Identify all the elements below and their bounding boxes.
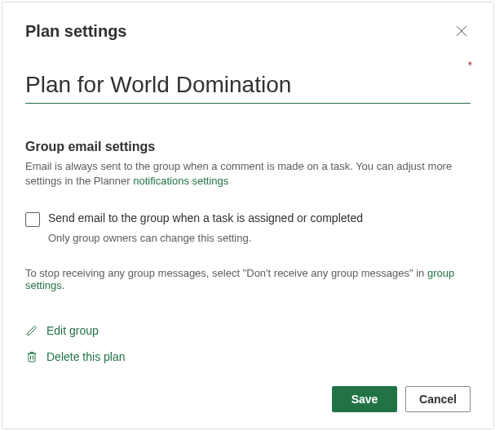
dialog-header: Plan settings (25, 22, 471, 41)
delete-plan-link[interactable]: Delete this plan (25, 350, 471, 363)
plan-name-input[interactable] (25, 70, 471, 104)
send-email-checkbox-hint: Only group owners can change this settin… (48, 232, 471, 244)
email-checkbox-row: Send email to the group when a task is a… (25, 211, 471, 227)
close-icon (456, 25, 467, 37)
required-indicator: * (468, 59, 472, 72)
email-section-desc: Email is always sent to the group when a… (25, 159, 471, 189)
close-button[interactable] (453, 22, 471, 40)
notifications-settings-link[interactable]: notifications settings (133, 175, 228, 187)
send-email-checkbox-label: Send email to the group when a task is a… (48, 211, 363, 224)
edit-group-link[interactable]: Edit group (25, 324, 471, 337)
plan-settings-dialog: Plan settings * Group email settings Ema… (2, 2, 494, 429)
cancel-button[interactable]: Cancel (405, 386, 471, 412)
email-section-title: Group email settings (25, 140, 471, 154)
stop-text-suffix: . (62, 279, 65, 291)
delete-plan-label: Delete this plan (46, 350, 126, 363)
trash-icon (25, 350, 38, 363)
pencil-icon (25, 324, 38, 337)
edit-group-label: Edit group (46, 324, 99, 337)
dialog-title: Plan settings (25, 22, 126, 41)
email-desc-text: Email is always sent to the group when a… (25, 160, 452, 187)
dialog-footer: Save Cancel (25, 386, 471, 412)
svg-rect-2 (29, 353, 35, 362)
stop-receiving-text: To stop receiving any group messages, se… (25, 267, 471, 291)
save-button[interactable]: Save (332, 386, 397, 412)
send-email-checkbox[interactable] (25, 212, 40, 227)
stop-text-prefix: To stop receiving any group messages, se… (25, 267, 427, 279)
plan-name-row: * (25, 70, 471, 104)
